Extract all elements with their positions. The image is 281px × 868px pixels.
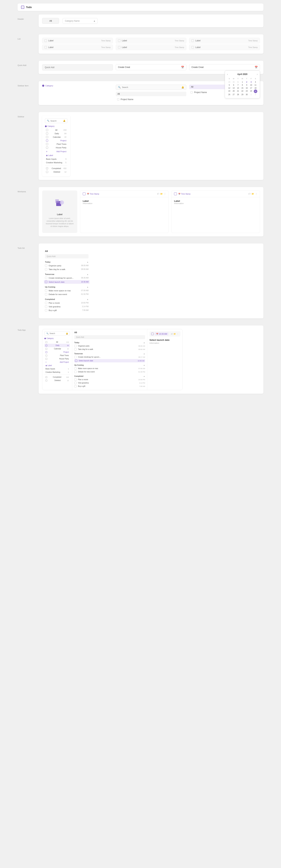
tomorrow-section-header[interactable]: Tomorrow ▲ <box>45 273 89 276</box>
sidebar-nav-house-party[interactable]: House Party <box>45 146 67 149</box>
task-checkbox[interactable] <box>45 309 47 311</box>
completed-section-header[interactable]: Completed ▲ <box>45 298 89 301</box>
cal-day[interactable]: 30 <box>244 93 249 96</box>
task-checkbox[interactable] <box>45 305 47 308</box>
cal-day[interactable]: 15 <box>240 87 245 90</box>
list-item[interactable]: Label Time Stamp <box>116 44 186 50</box>
cal-day[interactable]: 23 <box>244 90 249 93</box>
sidebar-nav-daily[interactable]: Daily 64 <box>45 132 67 135</box>
list-item[interactable]: Label Time Stamp <box>116 38 186 43</box>
app-sidebar-daily[interactable]: Daily 64 <box>44 344 70 347</box>
cal-day[interactable]: 24 <box>249 90 253 93</box>
app-task-checkbox[interactable] <box>74 367 77 370</box>
sidebar-nav-completed[interactable]: ✓ Completed 416 <box>45 166 67 170</box>
app-main-quick-add[interactable]: Quick Add <box>74 335 145 339</box>
sidebar-search-input[interactable] <box>50 120 62 122</box>
cal-day[interactable]: 4 <box>253 81 258 84</box>
app-task-checkbox[interactable] <box>74 371 77 373</box>
cal-day[interactable]: 27 <box>232 93 236 96</box>
detail-more-icon[interactable]: ⋮ <box>177 333 179 335</box>
app-sidebar-deleted[interactable]: Deleted 12 <box>44 379 70 382</box>
sidebar-nav-creative-marketing[interactable]: Creative Marketing 5 <box>45 161 67 164</box>
card-checkbox-icon-2[interactable] <box>174 192 177 195</box>
time-stamp-btn-2[interactable]: 📅 Time Stamp <box>178 193 190 195</box>
cal-prev-btn[interactable]: ‹ <box>227 73 228 75</box>
cal-day[interactable]: 18 <box>253 87 258 90</box>
cal-day[interactable]: 16 <box>244 87 249 90</box>
all-sidebar-btn[interactable]: All <box>116 92 186 96</box>
cal-day[interactable]: 11 <box>253 84 258 87</box>
sidebar-nav-add-project[interactable]: + Add Project <box>45 149 67 154</box>
task-checkbox[interactable] <box>45 277 47 279</box>
app-completed-header[interactable]: Completed ▲ <box>74 375 145 378</box>
sidebar-nav-calendar[interactable]: Calendar 22 <box>45 135 67 139</box>
all-button[interactable]: All <box>42 18 59 24</box>
checkbox-icon[interactable] <box>118 39 120 42</box>
tag-icon-2[interactable]: 🏷 <box>248 193 250 195</box>
search-input[interactable] <box>122 86 180 88</box>
cal-day[interactable]: 1 <box>249 93 253 96</box>
cal-day[interactable]: 2 <box>244 81 249 84</box>
cal-day[interactable]: 8 <box>240 84 245 87</box>
cal-today[interactable]: 28 <box>254 90 257 93</box>
folder-icon[interactable]: 📁 <box>160 193 163 195</box>
more-icon-2[interactable]: ⋮ <box>255 193 257 195</box>
checkbox-icon[interactable] <box>118 46 120 49</box>
task-checkbox-selected[interactable] <box>45 281 47 283</box>
sidebar-nav-all[interactable]: All 219 <box>45 128 67 132</box>
cal-day[interactable]: 10 <box>249 84 253 87</box>
list-item[interactable]: Label Time Stamp <box>42 38 113 43</box>
calendar-icon[interactable]: 📅 <box>181 66 184 69</box>
app-sidebar-plant-trees[interactable]: Plant Trees <box>44 354 70 357</box>
app-sidebar-house-party[interactable]: House Party <box>44 357 70 361</box>
app-task-checkbox-selected[interactable] <box>75 360 77 362</box>
checkbox-icon[interactable] <box>44 46 47 49</box>
sidebar-nav-deleted[interactable]: Deleted 12 <box>45 170 67 174</box>
cal-day[interactable]: 1 <box>240 81 245 84</box>
cal-day[interactable]: 13 <box>232 87 236 90</box>
cal-day[interactable]: 31 <box>236 81 240 84</box>
notification-bell-icon[interactable]: 🔔 <box>63 120 66 122</box>
task-checkbox[interactable] <box>45 293 47 296</box>
create-text-input-2[interactable] <box>191 66 253 68</box>
app-task-checkbox[interactable] <box>74 382 77 384</box>
app-upcoming-header[interactable]: Up Coming ▲ <box>74 364 145 367</box>
task-checkbox[interactable] <box>45 265 47 267</box>
create-text-input-1[interactable] <box>118 66 180 68</box>
cal-day[interactable]: 28 <box>236 93 240 96</box>
cal-day[interactable]: 21 <box>236 90 240 93</box>
list-item[interactable]: Label Time Stamp <box>189 44 260 50</box>
detail-tag-icon[interactable]: 🏷 <box>171 333 173 335</box>
sidebar-nav-basic-inputs[interactable]: Basic Inputs 9 <box>45 157 67 161</box>
list-item[interactable]: Label Time Stamp <box>189 38 260 43</box>
project-nav-item[interactable]: Project Name <box>116 97 186 101</box>
cal-day[interactable]: 6 <box>232 84 236 87</box>
task-checkbox[interactable] <box>45 302 47 304</box>
more-icon[interactable]: ⋮ <box>164 193 166 195</box>
cal-day[interactable]: 29 <box>240 93 245 96</box>
cal-next-btn[interactable]: › <box>257 73 258 75</box>
app-sidebar-all[interactable]: All 219 <box>44 340 70 344</box>
sidebar-nav-plant-trees[interactable]: Plant Trees <box>45 142 67 146</box>
app-search-input[interactable] <box>49 333 65 334</box>
detail-folder-icon[interactable]: 📁 <box>174 333 176 335</box>
quick-add-input[interactable] <box>42 64 113 70</box>
checkbox-icon[interactable] <box>191 46 194 49</box>
cal-day[interactable]: 12 <box>227 87 232 90</box>
app-task-checkbox[interactable] <box>74 348 77 350</box>
app-sidebar-creative-marketing[interactable]: Creative Marketing 5 <box>44 371 70 374</box>
calendar-icon-2[interactable]: 📅 <box>255 66 258 69</box>
todo-quick-add-btn[interactable]: Quick Add <box>45 254 89 258</box>
cal-day[interactable]: 2 <box>253 93 258 96</box>
app-sidebar-add-project[interactable]: + Add Project <box>44 361 70 364</box>
app-sidebar-calendar[interactable]: Calendar 22 <box>44 347 70 350</box>
app-sidebar-completed[interactable]: ✓ Completed 416 <box>44 375 70 379</box>
folder-icon-2[interactable]: 📁 <box>251 193 254 195</box>
cal-day[interactable]: 14 <box>236 87 240 90</box>
cal-day[interactable]: 22 <box>240 90 245 93</box>
cal-day[interactable]: 29 <box>227 81 232 84</box>
cal-day[interactable]: 26 <box>227 93 232 96</box>
app-today-header[interactable]: Today ▲ <box>74 341 145 344</box>
app-task-selected[interactable]: Select launch date 10:30 AM <box>74 359 145 363</box>
checkbox-icon[interactable] <box>44 39 47 42</box>
